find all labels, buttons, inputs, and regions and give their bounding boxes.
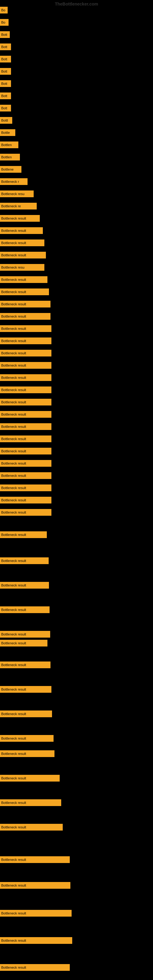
bottleneck-result-item: Bottleneck re bbox=[0, 203, 37, 210]
bottleneck-result-item: Bottleneck result bbox=[0, 288, 49, 295]
bottleneck-result-item: Bottle bbox=[0, 129, 15, 136]
bottleneck-result-item: Bottleneck result bbox=[0, 325, 51, 332]
bottleneck-result-item: Bottleneck result bbox=[0, 937, 72, 944]
bottleneck-result-item: Bott bbox=[0, 56, 11, 62]
bottleneck-result-item: Bottl bbox=[0, 117, 12, 124]
bottleneck-result-item: Bott bbox=[0, 31, 10, 38]
bottleneck-result-item: Bottleneck result bbox=[0, 631, 50, 638]
bottleneck-result-item: Bottleneck result bbox=[0, 387, 51, 393]
bottleneck-result-item: Bo bbox=[0, 7, 8, 13]
bottleneck-result-item: Bottlene bbox=[0, 166, 21, 173]
bottleneck-result-item: Bottleneck result bbox=[0, 227, 43, 234]
bottleneck-result-item: Bottlen bbox=[0, 154, 20, 161]
bottleneck-result-item: Bottleneck result bbox=[0, 799, 61, 806]
bottleneck-result-item: Bott bbox=[0, 68, 11, 75]
bottleneck-result-item: Bottleneck result bbox=[0, 735, 54, 742]
bottleneck-result-item: Bottleneck result bbox=[0, 460, 51, 467]
bottleneck-result-item: Bottleneck result bbox=[0, 240, 45, 246]
bottleneck-result-item: Bottleneck result bbox=[0, 775, 60, 781]
bottleneck-result-item: Bottleneck result bbox=[0, 711, 52, 717]
bottleneck-result-item: Bott bbox=[0, 92, 11, 99]
bottleneck-result-item: Bottleneck result bbox=[0, 350, 51, 356]
bottleneck-result-item: Bottleneck result bbox=[0, 509, 51, 516]
bottleneck-result-item: Bottleneck result bbox=[0, 399, 51, 406]
bottleneck-result-item: Bottleneck result bbox=[0, 856, 70, 863]
bottleneck-result-item: Bottleneck result bbox=[0, 252, 46, 258]
bottleneck-result-item: Bottleneck result bbox=[0, 497, 51, 503]
bottleneck-result-item: Bottleneck result bbox=[0, 448, 51, 455]
bottleneck-result-item: Bottleneck result bbox=[0, 750, 54, 757]
bottleneck-result-item: Bottleneck r bbox=[0, 178, 27, 185]
bottleneck-result-item: Bottleneck result bbox=[0, 436, 51, 442]
bottleneck-result-item: Bottleneck result bbox=[0, 964, 70, 971]
bottleneck-result-item: Bottleneck result bbox=[0, 301, 51, 307]
bottleneck-result-item: Bottleneck result bbox=[0, 686, 51, 693]
bottleneck-result-item: Bottleneck resu bbox=[0, 264, 45, 271]
bottleneck-result-item: Bott bbox=[0, 43, 11, 50]
bottleneck-result-item: Bottleneck result bbox=[0, 423, 51, 430]
bottleneck-result-item: Bottleneck result bbox=[0, 485, 51, 491]
bottleneck-result-item: Bottleneck result bbox=[0, 374, 51, 381]
bottleneck-result-item: Bo bbox=[0, 19, 9, 26]
bottleneck-result-item: Bottleneck result bbox=[0, 882, 70, 889]
bottleneck-result-item: Bottlen bbox=[0, 142, 18, 148]
bottleneck-result-item: Bottleneck result bbox=[0, 640, 48, 646]
site-title: TheBottlenecker.com bbox=[55, 2, 98, 6]
bottleneck-result-item: Bottleneck result bbox=[0, 531, 47, 538]
bottleneck-result-item: Bottleneck result bbox=[0, 362, 51, 369]
bottleneck-result-item: Bottleneck result bbox=[0, 582, 49, 589]
bottleneck-result-item: Bottleneck result bbox=[0, 472, 51, 479]
bottleneck-result-item: Bottleneck result bbox=[0, 662, 51, 668]
bottleneck-result-item: Bott bbox=[0, 80, 11, 87]
bottleneck-result-item: Bottleneck result bbox=[0, 337, 51, 344]
bottleneck-result-item: Bottleneck result bbox=[0, 557, 49, 564]
bottleneck-result-item: Bottleneck result bbox=[0, 824, 63, 830]
bottleneck-result-item: Bottleneck result bbox=[0, 313, 51, 320]
bottleneck-result-item: Bottleneck result bbox=[0, 910, 72, 916]
bottleneck-result-item: Bott bbox=[0, 105, 11, 111]
bottleneck-result-item: Bottleneck result bbox=[0, 411, 51, 418]
bottleneck-result-item: Bottleneck result bbox=[0, 215, 40, 222]
bottleneck-result-item: Bottleneck result bbox=[0, 606, 49, 613]
bottleneck-result-item: Bottleneck result bbox=[0, 276, 48, 283]
bottleneck-result-item: Bottleneck resu bbox=[0, 191, 33, 197]
